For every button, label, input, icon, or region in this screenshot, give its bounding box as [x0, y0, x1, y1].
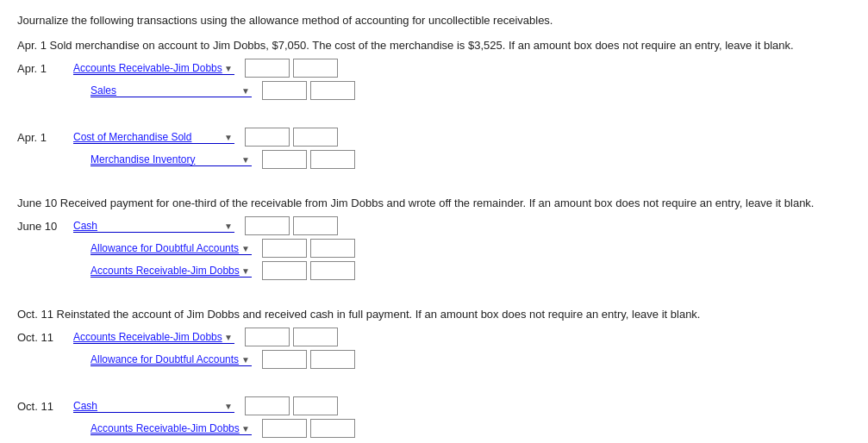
- journal-row: Accounts Receivable-Jim DobbsCashSalesCo…: [17, 419, 851, 438]
- account-select[interactable]: Accounts Receivable-Jim DobbsSalesCashCo…: [73, 62, 234, 75]
- transaction-block-june10: June 10 Received payment for one-third o…: [17, 197, 851, 292]
- credit-input[interactable]: [310, 419, 355, 438]
- journal-row: Allowance for Doubtful AccountsCashAccou…: [17, 350, 851, 369]
- account-select[interactable]: CashAccounts Receivable-Jim DobbsSalesCo…: [73, 220, 234, 233]
- transaction-block-oct11a: Oct. 11 Reinstated the account of Jim Do…: [17, 308, 851, 381]
- debit-input[interactable]: [262, 239, 307, 258]
- account-select-wrapper: CashAccounts Receivable-Jim DobbsSalesCo…: [73, 400, 238, 413]
- transaction-block-oct11b: Oct. 11CashAccounts Receivable-Jim Dobbs…: [17, 396, 851, 443]
- account-select[interactable]: Allowance for Doubtful AccountsCashAccou…: [91, 353, 252, 366]
- transaction-desc-apr1: Apr. 1 Sold merchandise on account to Ji…: [17, 39, 851, 52]
- date-label: Apr. 1: [17, 131, 73, 144]
- journal-row: Allowance for Doubtful AccountsCashAccou…: [17, 239, 851, 258]
- account-select[interactable]: SalesAccounts Receivable-Jim DobbsCashCo…: [91, 84, 252, 97]
- account-select[interactable]: CashAccounts Receivable-Jim DobbsSalesCo…: [73, 400, 234, 413]
- transaction-desc-oct11a: Oct. 11 Reinstated the account of Jim Do…: [17, 308, 851, 321]
- account-select[interactable]: Accounts Receivable-Jim DobbsCashSalesCo…: [73, 331, 234, 344]
- debit-input[interactable]: [245, 128, 290, 147]
- debit-input[interactable]: [262, 350, 307, 369]
- account-select-wrapper: Allowance for Doubtful AccountsCashAccou…: [91, 353, 255, 366]
- account-select[interactable]: Accounts Receivable-Jim DobbsCashSalesCo…: [91, 422, 252, 435]
- account-select-wrapper: Accounts Receivable-Jim DobbsCashSalesCo…: [73, 331, 238, 344]
- credit-input[interactable]: [310, 261, 355, 280]
- journal-row: Apr. 1Cost of Merchandise SoldAccounts R…: [17, 128, 851, 147]
- account-select[interactable]: Allowance for Doubtful AccountsCashAccou…: [91, 242, 252, 255]
- debit-input[interactable]: [245, 216, 290, 235]
- date-label: June 10: [17, 220, 73, 233]
- account-select-wrapper: Allowance for Doubtful AccountsCashAccou…: [91, 242, 255, 255]
- credit-input[interactable]: [310, 239, 355, 258]
- credit-input[interactable]: [310, 81, 355, 100]
- credit-input[interactable]: [293, 59, 338, 78]
- account-select-wrapper: Accounts Receivable-Jim DobbsSalesCashCo…: [73, 62, 238, 75]
- credit-input[interactable]: [310, 150, 355, 169]
- debit-input[interactable]: [262, 261, 307, 280]
- credit-input[interactable]: [310, 350, 355, 369]
- account-select[interactable]: Merchandise InventoryAccounts Receivable…: [91, 153, 252, 166]
- transaction-block-apr1b: Apr. 1Cost of Merchandise SoldAccounts R…: [17, 128, 851, 181]
- debit-input[interactable]: [245, 328, 290, 346]
- credit-input[interactable]: [293, 396, 338, 415]
- debit-input[interactable]: [245, 396, 290, 415]
- journal-row: June 10CashAccounts Receivable-Jim Dobbs…: [17, 216, 851, 235]
- transaction-desc-june10: June 10 Received payment for one-third o…: [17, 197, 851, 209]
- account-select-wrapper: Accounts Receivable-Jim DobbsCashSalesCo…: [91, 422, 255, 435]
- account-select-wrapper: Cost of Merchandise SoldAccounts Receiva…: [73, 131, 238, 144]
- account-select[interactable]: Cost of Merchandise SoldAccounts Receiva…: [73, 131, 234, 144]
- journal-row: Apr. 1Accounts Receivable-Jim DobbsSales…: [17, 59, 851, 78]
- journal-row: SalesAccounts Receivable-Jim DobbsCashCo…: [17, 81, 851, 100]
- account-select-wrapper: SalesAccounts Receivable-Jim DobbsCashCo…: [91, 84, 255, 97]
- date-label: Oct. 11: [17, 331, 73, 344]
- debit-input[interactable]: [245, 59, 290, 78]
- journal-row: Oct. 11CashAccounts Receivable-Jim Dobbs…: [17, 396, 851, 415]
- date-label: Oct. 11: [17, 400, 73, 413]
- debit-input[interactable]: [262, 81, 307, 100]
- debit-input[interactable]: [262, 150, 307, 169]
- credit-input[interactable]: [293, 128, 338, 147]
- debit-input[interactable]: [262, 419, 307, 438]
- account-select-wrapper: CashAccounts Receivable-Jim DobbsSalesCo…: [73, 220, 238, 233]
- account-select-wrapper: Accounts Receivable-Jim DobbsCashSalesCo…: [91, 265, 255, 278]
- account-select[interactable]: Accounts Receivable-Jim DobbsCashSalesCo…: [91, 265, 252, 278]
- account-select-wrapper: Merchandise InventoryAccounts Receivable…: [91, 153, 255, 166]
- journal-row: Oct. 11Accounts Receivable-Jim DobbsCash…: [17, 328, 851, 346]
- journal-row: Merchandise InventoryAccounts Receivable…: [17, 150, 851, 169]
- instruction-text: Journalize the following transactions us…: [17, 14, 851, 27]
- date-label: Apr. 1: [17, 62, 73, 75]
- transaction-block-apr1: Apr. 1 Sold merchandise on account to Ji…: [17, 39, 851, 112]
- credit-input[interactable]: [293, 328, 338, 346]
- journal-row: Accounts Receivable-Jim DobbsCashSalesCo…: [17, 261, 851, 280]
- credit-input[interactable]: [293, 216, 338, 235]
